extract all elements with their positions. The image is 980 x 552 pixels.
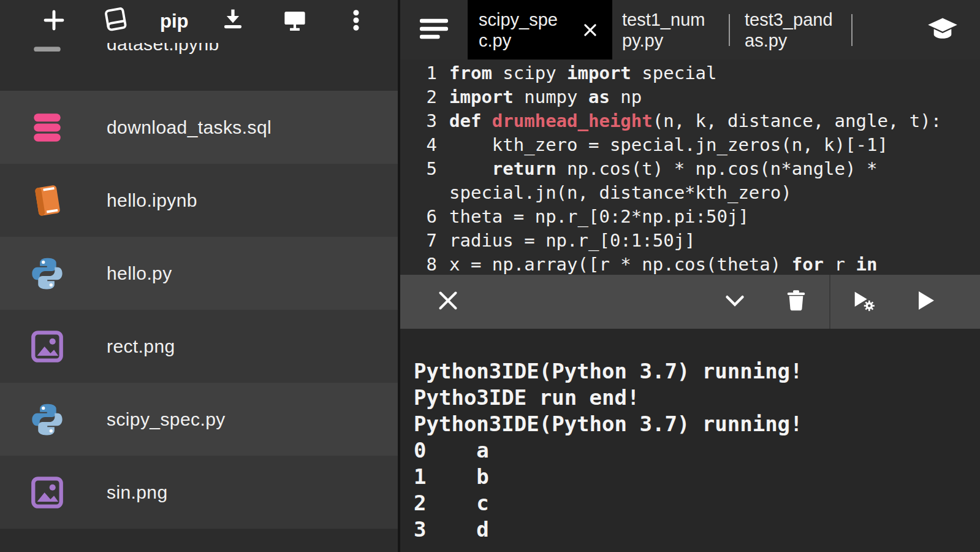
toolbar-divider	[829, 275, 830, 329]
code-text: x = np.array([r * np.cos(theta) for r in	[449, 253, 975, 275]
file-row-partial[interactable]: dataset.ipynb	[0, 43, 398, 91]
line-number: 1	[400, 61, 437, 85]
learn-button[interactable]	[922, 15, 963, 45]
code-text: def drumhead_height(n, k, distance, angl…	[449, 109, 975, 133]
tab-bar: scipy_spec.py test1_numpy.py test3_panda…	[400, 0, 980, 59]
code-line-8[interactable]: 8x = np.array([r * np.cos(theta) for r i…	[400, 253, 975, 275]
line-number: 3	[400, 109, 437, 133]
python-icon	[29, 256, 65, 291]
code-editor[interactable]: 1from scipy import special2import numpy …	[400, 59, 980, 275]
file-row-rect.png[interactable]: rect.png	[0, 310, 398, 383]
close-console-button[interactable]	[431, 285, 465, 319]
list-icon	[417, 15, 450, 45]
image-icon	[29, 475, 65, 510]
console-line: 1 b	[414, 464, 974, 490]
console-line: 2 c	[414, 490, 974, 516]
file-name: rect.png	[107, 336, 175, 357]
file-list: dataset.ipynb download_tasks.sqlhello.ip…	[0, 43, 398, 552]
file-row-scipy_spec.py[interactable]: scipy_spec.py	[0, 383, 398, 456]
file-name: hello.ipynb	[107, 190, 197, 211]
file-name: download_tasks.sql	[107, 117, 272, 138]
tab-scipy-spec[interactable]: scipy_spec.py	[468, 0, 612, 59]
line-number: 8	[400, 253, 437, 275]
file-name: scipy_spec.py	[107, 409, 226, 430]
editor-panel: scipy_spec.py test1_numpy.py test3_panda…	[400, 0, 980, 552]
notebook-icon	[29, 183, 65, 218]
new-file-button[interactable]	[37, 4, 71, 39]
run-button[interactable]	[908, 285, 942, 319]
chevron-down-icon	[723, 288, 747, 315]
console-line: Python3IDE(Python 3.7) running!	[414, 411, 974, 437]
tab-label: scipy_spec.py	[479, 9, 571, 51]
play-icon	[913, 288, 937, 315]
tab-label: test1_numpy.py	[622, 9, 714, 51]
run-settings-button[interactable]	[846, 285, 881, 319]
file-name: hello.py	[107, 263, 172, 284]
console-line: Python3IDE(Python 3.7) running!	[414, 358, 974, 385]
file-row-sin.png[interactable]: sin.png	[0, 456, 398, 529]
documentation-button[interactable]	[99, 4, 133, 39]
file-row-hello.ipynb[interactable]: hello.ipynb	[0, 164, 398, 237]
clear-console-button[interactable]	[779, 285, 813, 319]
line-number: 7	[400, 229, 437, 253]
run-settings-icon	[851, 288, 876, 315]
tab-separator	[729, 14, 730, 46]
file-row-hello.py[interactable]: hello.py	[0, 237, 398, 310]
line-number: 6	[400, 205, 437, 229]
code-text: return np.cos(t) * np.cos(n*angle) * spe…	[449, 157, 975, 205]
file-list-toggle-button[interactable]	[400, 0, 468, 59]
python-icon	[29, 402, 65, 437]
file-row-download_tasks.sql[interactable]: download_tasks.sql	[0, 91, 398, 164]
code-line-3[interactable]: 3def drumhead_height(n, k, distance, ang…	[400, 109, 975, 133]
code-line-1[interactable]: 1from scipy import special	[400, 61, 975, 85]
console-output[interactable]: Python3IDE(Python 3.7) running!Pytho3IDE…	[400, 329, 980, 552]
download-button[interactable]	[216, 4, 250, 39]
docs-book-icon	[103, 7, 129, 36]
file-list-rows: download_tasks.sqlhello.ipynbhello.pyrec…	[0, 91, 398, 529]
code-line-7[interactable]: 7radius = np.r_[0:1:50j]	[400, 229, 975, 253]
trash-icon	[784, 288, 808, 315]
line-number: 5	[400, 157, 437, 205]
code-line-2[interactable]: 2import numpy as np	[400, 85, 975, 109]
code-line-5[interactable]: 5 return np.cos(t) * np.cos(n*angle) * s…	[400, 157, 975, 205]
display-output-button[interactable]	[278, 4, 312, 39]
graduation-cap-icon	[925, 15, 960, 45]
run-toolbar	[400, 275, 980, 329]
tab-test1-numpy[interactable]: test1_numpy.py	[612, 0, 724, 59]
display-icon	[282, 7, 308, 36]
code-text: from scipy import special	[449, 61, 975, 85]
pip-menu-item[interactable]: pip	[160, 10, 189, 33]
line-number: 4	[400, 133, 437, 157]
tab-test3-pandas[interactable]: test3_pandas.py	[735, 0, 846, 59]
image-icon	[29, 329, 65, 364]
code-text: import numpy as np	[449, 85, 975, 109]
tab-separator	[851, 14, 853, 46]
code-text: kth_zero = special.jn_zeros(n, k)[-1]	[449, 133, 975, 157]
download-icon	[220, 7, 246, 36]
code-line-6[interactable]: 6theta = np.r_[0:2*np.pi:50j]	[400, 205, 975, 229]
line-number: 2	[400, 85, 437, 109]
close-icon	[436, 288, 460, 315]
console-line: 0 a	[414, 437, 974, 464]
console-line: 3 d	[414, 516, 974, 543]
lines-icon	[29, 43, 65, 62]
tab-label: test3_pandas.py	[745, 9, 837, 51]
code-line-4[interactable]: 4 kth_zero = special.jn_zeros(n, k)[-1]	[400, 133, 975, 157]
file-browser-toolbar: pip	[0, 0, 398, 43]
file-row-partial-bottom	[0, 529, 398, 552]
console-line: Pytho3IDE run end!	[414, 385, 974, 411]
plus-icon	[41, 7, 67, 36]
expand-console-button[interactable]	[718, 285, 752, 319]
code-text: theta = np.r_[0:2*np.pi:50j]	[449, 205, 975, 229]
kebab-menu-icon	[343, 7, 369, 36]
close-tab-icon[interactable]	[579, 19, 601, 41]
file-browser-panel: pip	[0, 0, 398, 552]
file-name: sin.png	[107, 482, 168, 503]
python-ide-app: pip	[0, 0, 980, 552]
file-name: dataset.ipynb	[107, 43, 219, 55]
more-menu-button[interactable]	[339, 4, 373, 39]
database-icon	[29, 110, 65, 145]
code-text: radius = np.r_[0:1:50j]	[449, 229, 975, 253]
